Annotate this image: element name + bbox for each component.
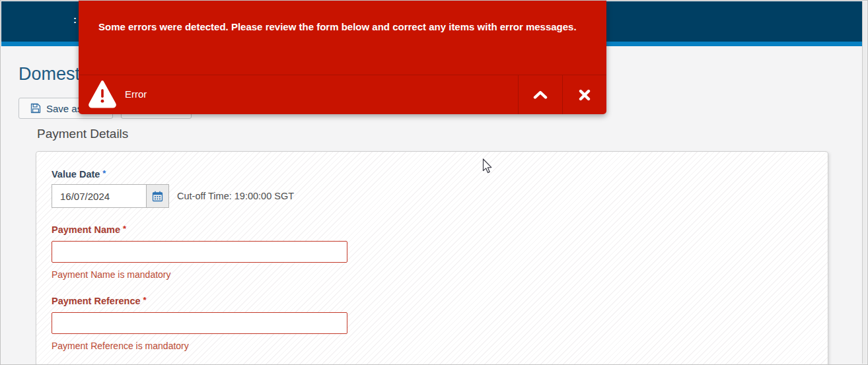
payment-name-label-text: Payment Name xyxy=(52,224,120,235)
payment-reference-label: Payment Reference* xyxy=(52,295,147,306)
required-asterisk: * xyxy=(123,224,126,234)
payment-name-input[interactable] xyxy=(52,241,347,263)
header-text-fragment: : xyxy=(73,14,77,25)
save-as-button-label: Save as xyxy=(46,103,82,114)
payment-name-label: Payment Name* xyxy=(52,224,126,235)
required-asterisk: * xyxy=(102,168,106,178)
value-date-label-text: Value Date xyxy=(52,169,100,180)
payment-name-error: Payment Name is mandatory xyxy=(52,269,171,280)
save-icon xyxy=(30,103,41,114)
payment-reference-error: Payment Reference is mandatory xyxy=(52,341,189,351)
collapse-notification-button[interactable] xyxy=(518,75,562,114)
scrollbar-track[interactable] xyxy=(862,1,867,364)
warning-triangle-icon xyxy=(88,79,117,111)
calendar-button[interactable] xyxy=(146,184,169,208)
close-notification-button[interactable] xyxy=(562,75,606,114)
error-notification: Some errors were detected. Please review… xyxy=(79,1,606,114)
payment-reference-input[interactable] xyxy=(52,312,347,334)
close-icon xyxy=(579,89,591,101)
cutoff-time-text: Cut-off Time: 19:00:00 SGT xyxy=(177,191,294,201)
error-message-text: Some errors were detected. Please review… xyxy=(98,20,587,34)
value-date-label: Value Date* xyxy=(52,168,106,180)
chevron-up-icon xyxy=(533,90,548,99)
calendar-icon xyxy=(152,191,163,202)
payment-details-panel: Value Date* Cut xyxy=(36,151,828,365)
mouse-cursor-icon xyxy=(482,158,492,176)
value-date-row: Cut-off Time: 19:00:00 SGT xyxy=(52,184,294,208)
error-title-row: Error xyxy=(79,75,606,114)
error-title-label: Error xyxy=(125,88,147,100)
value-date-input[interactable] xyxy=(52,184,146,208)
page-title: Domest xyxy=(18,64,80,84)
required-asterisk: * xyxy=(143,295,147,305)
payment-details-heading: Payment Details xyxy=(37,127,128,141)
app-window: : Domest Save as Payment Details Value D… xyxy=(0,0,868,365)
payment-reference-label-text: Payment Reference xyxy=(52,296,141,306)
